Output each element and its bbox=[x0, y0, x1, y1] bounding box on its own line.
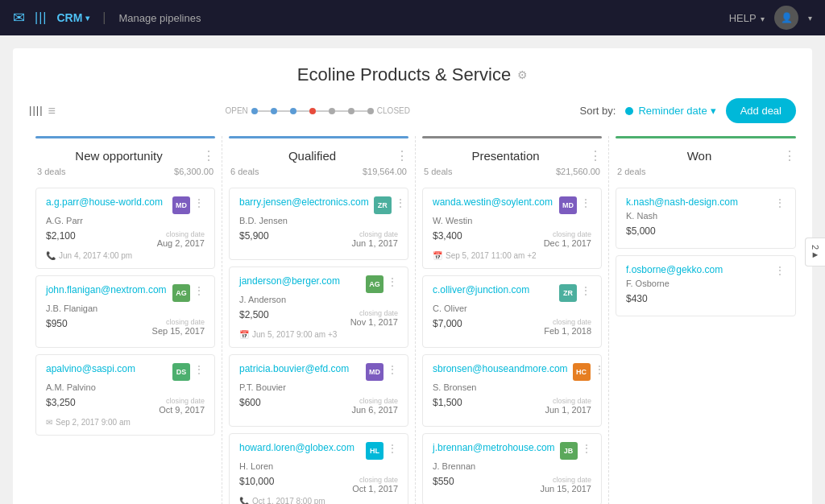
help-label[interactable]: HELP ▾ bbox=[729, 12, 765, 24]
kanban-view-icon[interactable]: |||| bbox=[29, 104, 44, 118]
col-title-row-won: Won⋮ bbox=[616, 148, 796, 163]
deal-avatar: ZR bbox=[374, 196, 392, 214]
deal-card[interactable]: wanda.westin@soylent.com MD ⋮ W. Westin … bbox=[422, 188, 602, 269]
deals-total: $19,564.00 bbox=[363, 167, 407, 176]
deal-card-menu[interactable]: ⋮ bbox=[387, 442, 398, 455]
col-menu-qualified[interactable]: ⋮ bbox=[396, 148, 408, 163]
closing-label: closing date bbox=[352, 476, 398, 484]
closing-label: closing date bbox=[159, 397, 205, 405]
footer-text: Sep 5, 2017 11:00 am +2 bbox=[446, 251, 537, 260]
closing-date: Oct 9, 2017 bbox=[159, 405, 205, 415]
footer-icon: 📞 bbox=[46, 251, 56, 260]
deal-email[interactable]: f.osborne@gekko.com bbox=[626, 264, 771, 275]
deal-card-menu[interactable]: ⋮ bbox=[395, 196, 406, 209]
deal-email[interactable]: janderson@berger.com bbox=[239, 275, 361, 287]
toolbar-center: OPEN CLOSED bbox=[56, 106, 580, 115]
deal-card-menu[interactable]: ⋮ bbox=[193, 284, 205, 297]
deal-email[interactable]: john.flanigan@nextrom.com bbox=[46, 284, 168, 295]
col-stats-presentation: 5 deals$21,560.00 bbox=[422, 167, 602, 176]
deal-card[interactable]: j.brennan@metrohouse.com JB ⋮ J. Brennan… bbox=[422, 433, 602, 504]
deal-closing-row: $550 closing date Jun 15, 2017 bbox=[433, 476, 591, 494]
deal-card[interactable]: f.osborne@gekko.com ⋮ F. Osborne $430 bbox=[616, 255, 796, 316]
deal-name: H. Loren bbox=[239, 461, 398, 471]
col-title-won: Won bbox=[616, 149, 783, 163]
deal-card[interactable]: apalvino@saspi.com DS ⋮ A.M. Palvino $3,… bbox=[35, 354, 215, 436]
deal-closing-row: $5,900 closing date Jun 1, 2017 bbox=[239, 230, 398, 248]
col-menu-new-opportunity[interactable]: ⋮ bbox=[202, 148, 215, 163]
deal-email[interactable]: wanda.westin@soylent.com bbox=[433, 196, 554, 208]
deal-email[interactable]: k.nash@nash-design.com bbox=[626, 196, 771, 208]
deals-count: 2 deals bbox=[617, 167, 645, 176]
deal-email[interactable]: a.g.parr@house-world.com bbox=[46, 196, 168, 208]
deal-card-menu[interactable]: ⋮ bbox=[580, 284, 591, 297]
deal-footer: ✉ Sep 2, 2017 9:00 am bbox=[46, 418, 205, 427]
user-chevron[interactable]: ▾ bbox=[808, 14, 812, 23]
deal-amount: $5,900 bbox=[239, 230, 269, 242]
deal-email[interactable]: howard.loren@globex.com bbox=[239, 442, 361, 453]
col-title-qualified: Qualified bbox=[229, 149, 396, 163]
deal-card[interactable]: k.nash@nash-design.com ⋮ K. Nash $5,000 bbox=[616, 188, 796, 249]
deal-card[interactable]: john.flanigan@nextrom.com AG ⋮ J.B. Flan… bbox=[35, 275, 215, 348]
deal-closing: closing date Aug 2, 2017 bbox=[157, 230, 205, 248]
crm-chevron: ▾ bbox=[85, 14, 89, 23]
deal-card-menu[interactable]: ⋮ bbox=[774, 196, 786, 209]
deal-name: C. Oliver bbox=[433, 304, 591, 313]
closing-date: Dec 1, 2017 bbox=[544, 238, 591, 248]
deal-card-menu[interactable]: ⋮ bbox=[580, 196, 591, 209]
deal-card-menu[interactable]: ⋮ bbox=[594, 363, 605, 376]
deal-avatar: AG bbox=[172, 284, 190, 302]
list-view-icon[interactable]: ≡ bbox=[48, 104, 56, 118]
deal-card-header: a.g.parr@house-world.com MD ⋮ bbox=[46, 196, 205, 214]
deal-email[interactable]: j.brennan@metrohouse.com bbox=[433, 442, 555, 453]
sort-value[interactable]: Reminder date ▾ bbox=[625, 105, 715, 117]
col-stats-new-opportunity: 3 deals$6,300.00 bbox=[35, 167, 215, 176]
deal-card[interactable]: howard.loren@globex.com HL ⋮ H. Loren $1… bbox=[229, 433, 408, 504]
col-menu-presentation[interactable]: ⋮ bbox=[589, 148, 602, 163]
deal-card[interactable]: patricia.bouvier@efd.com MD ⋮ P.T. Bouvi… bbox=[229, 354, 408, 427]
deal-card[interactable]: sbronsen@houseandmore.com HC ⋮ S. Bronse… bbox=[422, 354, 602, 427]
avatar[interactable]: 👤 bbox=[774, 6, 798, 30]
add-deal-button[interactable]: Add deal bbox=[726, 98, 796, 123]
deal-closing-row: $3,250 closing date Oct 9, 2017 bbox=[46, 397, 205, 415]
deal-amount: $5,000 bbox=[626, 225, 656, 237]
deal-card[interactable]: barry.jensen@electronics.com ZR ⋮ B.D. J… bbox=[229, 188, 408, 260]
deal-email[interactable]: c.olliver@junction.com bbox=[433, 284, 554, 295]
deal-amount: $7,000 bbox=[433, 318, 462, 329]
deal-avatar: ZR bbox=[559, 284, 577, 302]
deal-name: J.B. Flanigan bbox=[46, 304, 205, 313]
deal-card[interactable]: a.g.parr@house-world.com MD ⋮ A.G. Parr … bbox=[35, 188, 215, 269]
deal-card-menu[interactable]: ⋮ bbox=[387, 363, 398, 376]
sort-chevron: ▾ bbox=[711, 105, 716, 117]
manage-pipelines-link[interactable]: Manage pipelines bbox=[119, 12, 201, 24]
deal-closing: closing date Nov 1, 2017 bbox=[350, 309, 398, 327]
deal-card[interactable]: janderson@berger.com AG ⋮ J. Anderson $2… bbox=[229, 266, 408, 348]
side-panel-tab[interactable]: 2► bbox=[805, 238, 825, 266]
email-icon[interactable]: ✉ bbox=[13, 9, 25, 27]
deal-card-menu[interactable]: ⋮ bbox=[774, 264, 786, 277]
col-menu-won[interactable]: ⋮ bbox=[783, 148, 796, 163]
deal-card-header: wanda.westin@soylent.com MD ⋮ bbox=[433, 196, 591, 214]
closing-date: Aug 2, 2017 bbox=[157, 238, 205, 248]
gear-icon[interactable]: ⚙ bbox=[517, 68, 528, 81]
closing-label: closing date bbox=[352, 397, 399, 405]
deal-email[interactable]: barry.jensen@electronics.com bbox=[239, 196, 369, 208]
col-bar-won bbox=[616, 136, 796, 138]
deal-closing: closing date Jun 1, 2017 bbox=[545, 397, 592, 415]
deal-name: A.M. Palvino bbox=[46, 382, 205, 392]
deal-card[interactable]: c.olliver@junction.com ZR ⋮ C. Oliver $7… bbox=[422, 275, 602, 348]
crm-label[interactable]: CRM ▾ bbox=[56, 11, 89, 24]
deals-count: 5 deals bbox=[424, 167, 452, 176]
deal-email[interactable]: apalvino@saspi.com bbox=[46, 363, 168, 374]
deal-card-menu[interactable]: ⋮ bbox=[581, 442, 592, 455]
deal-card-menu[interactable]: ⋮ bbox=[193, 196, 205, 209]
deals-total: $6,300.00 bbox=[174, 167, 214, 176]
deal-email[interactable]: sbronsen@houseandmore.com bbox=[433, 363, 568, 374]
deal-email[interactable]: patricia.bouvier@efd.com bbox=[239, 363, 361, 374]
deal-closing: closing date Jun 15, 2017 bbox=[540, 476, 591, 494]
deal-avatar: DS bbox=[172, 363, 190, 381]
footer-text: Jun 4, 2017 4:00 pm bbox=[59, 251, 132, 260]
deal-amount: $550 bbox=[433, 476, 454, 487]
closing-date: Nov 1, 2017 bbox=[350, 317, 398, 327]
deal-card-menu[interactable]: ⋮ bbox=[387, 275, 398, 288]
deal-card-menu[interactable]: ⋮ bbox=[193, 363, 205, 376]
